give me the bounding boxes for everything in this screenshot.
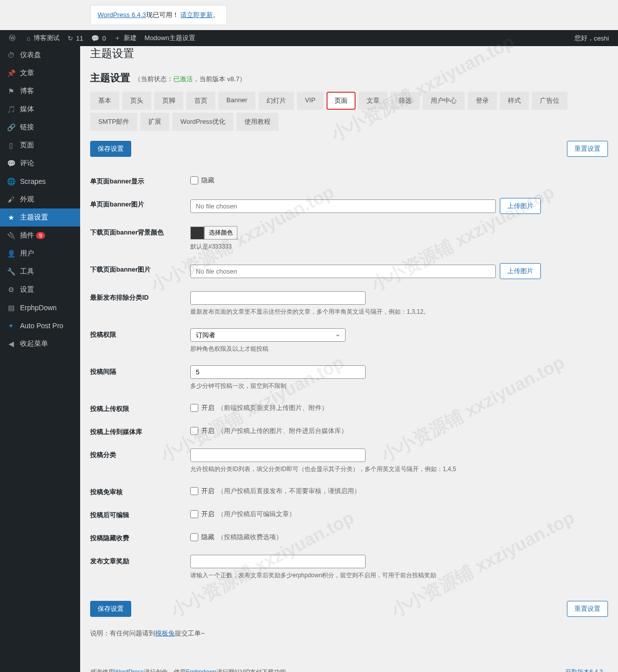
save-button-top[interactable]: 保存设置: [90, 141, 131, 157]
wordpress-link[interactable]: WordPress: [114, 668, 144, 672]
reset-button-top[interactable]: 重置设置: [567, 141, 608, 157]
sidebar-item-页面[interactable]: ▯页面: [0, 136, 80, 154]
sidebar-item-工具[interactable]: 🔧工具: [0, 263, 80, 281]
tab-基本[interactable]: 基本: [90, 92, 119, 110]
media-icon: 🎵: [6, 104, 16, 114]
comment-icon: 💬: [6, 158, 16, 168]
plus-icon: ＋: [114, 34, 121, 43]
sidebar-item-label: 评论: [20, 159, 34, 168]
tab-广告位[interactable]: 广告位: [532, 92, 567, 110]
sidebar-item-收起菜单[interactable]: ◀收起菜单: [0, 335, 80, 353]
tab-SMTP邮件[interactable]: SMTP邮件: [90, 113, 137, 131]
sidebar-item-scrapes[interactable]: 🌐Scrapes: [0, 172, 80, 190]
erphpdown-link[interactable]: Erphpdown: [186, 668, 216, 672]
checkbox-submit-editable[interactable]: [190, 510, 198, 518]
explain-text: 说明：有任何问题请到模板兔提交工单~: [90, 629, 608, 638]
get-version-link[interactable]: 获取版本6.4.3: [565, 668, 603, 672]
sidebar-item-设置[interactable]: ⚙设置: [0, 281, 80, 299]
sidebar-item-插件[interactable]: 🔌插件9: [0, 227, 80, 245]
save-button-bottom[interactable]: 保存设置: [90, 601, 131, 617]
choose-color-button[interactable]: 选择颜色: [204, 226, 237, 240]
label-exclude-cat: 最新发布排除分类ID: [90, 291, 190, 316]
tab-首页[interactable]: 首页: [186, 92, 215, 110]
sidebar-item-主题设置[interactable]: ★主题设置: [0, 208, 80, 227]
update-available-text: 现已可用！: [146, 11, 179, 19]
checkbox-submit-hidefee[interactable]: [190, 533, 198, 541]
globe-icon: 🌐: [6, 176, 16, 186]
input-publish-reward[interactable]: [190, 555, 366, 568]
tab-页面[interactable]: 页面: [327, 92, 356, 110]
tab-样式[interactable]: 样式: [500, 92, 529, 110]
sidebar-item-erphpdown[interactable]: ▤ErphpDown: [0, 299, 80, 317]
tab-文章[interactable]: 文章: [359, 92, 388, 110]
comments-link[interactable]: 💬0: [87, 30, 110, 46]
color-desc: 默认是#333333: [190, 243, 541, 251]
user-greeting[interactable]: 您好，ceshi: [570, 30, 613, 46]
wp-version-link[interactable]: WordPress 6.4.3: [98, 11, 146, 19]
checkbox-submit-upload[interactable]: [190, 404, 198, 412]
sidebar-item-label: 工具: [20, 267, 34, 276]
label-dl-banner-color: 下载页面banner背景颜色: [90, 226, 190, 251]
desc-exclude-cat: 最新发布页面的文章里不显示这些分类的文章，多个用半角英文逗号隔开，例如：1,3,…: [190, 308, 541, 316]
star-icon: ★: [6, 212, 16, 222]
reset-button-bottom[interactable]: 重置设置: [567, 601, 608, 617]
tab-WordPress优化[interactable]: WordPress优化: [172, 113, 233, 131]
label-submit-upload: 投稿上传权限: [90, 402, 190, 413]
tab-用户中心[interactable]: 用户中心: [423, 92, 465, 110]
tab-页头[interactable]: 页头: [122, 92, 151, 110]
label-submit-editable: 投稿后可编辑: [90, 509, 190, 520]
select-submit-role[interactable]: 订阅者: [190, 328, 346, 342]
checkbox-submit-media[interactable]: [190, 427, 198, 435]
sidebar-item-评论[interactable]: 💬评论: [0, 154, 80, 172]
label-publish-reward: 发布文章奖励: [90, 555, 190, 580]
sidebar-item-仪表盘[interactable]: ⏱仪表盘: [0, 46, 80, 64]
new-content-link[interactable]: ＋新建: [110, 30, 141, 46]
input-dl-banner-img[interactable]: [190, 265, 496, 278]
page-icon: ▯: [6, 140, 16, 150]
tab-登录[interactable]: 登录: [468, 92, 497, 110]
update-notice: WordPress 6.4.3现已可用！ 请立即更新。: [90, 5, 227, 25]
input-submit-interval[interactable]: [190, 365, 366, 379]
link-icon: 🔗: [6, 122, 16, 132]
wp-logo[interactable]: ⓦ: [5, 30, 23, 46]
input-submit-cat[interactable]: [190, 449, 366, 462]
color-swatch[interactable]: [190, 227, 204, 240]
sidebar-item-label: 文章: [20, 69, 34, 78]
sidebar-item-外观[interactable]: 🖌外观: [0, 190, 80, 208]
text-hide: 隐藏: [201, 176, 214, 185]
tab-使用教程[interactable]: 使用教程: [236, 113, 278, 131]
mobantu-link[interactable]: 模板兔: [155, 629, 175, 637]
sidebar-item-auto-post-pro[interactable]: ✦Auto Post Pro: [0, 317, 80, 335]
footer-credits: 感谢使用WordPress进行创作。使用Erphpdown进行网站VIP支付下载…: [90, 668, 292, 672]
sidebar-item-label: 插件: [20, 231, 34, 240]
desc-submit-cat: 允许投稿的分类ID列表，填父分类ID即可（也会显示其子分类），多个用英文逗号隔开…: [190, 465, 541, 474]
tab-Banner[interactable]: Banner: [218, 92, 255, 110]
sidebar-item-label: 媒体: [20, 105, 34, 114]
dashboard-icon: ⏱: [6, 50, 16, 60]
wordpress-icon: ⓦ: [9, 34, 16, 43]
sidebar-item-链接[interactable]: 🔗链接: [0, 118, 80, 136]
checkbox-submit-noreview[interactable]: [190, 487, 198, 495]
input-exclude-cat[interactable]: [190, 291, 366, 305]
tab-VIP[interactable]: VIP: [297, 92, 324, 110]
sidebar-item-博客[interactable]: ⚑博客: [0, 82, 80, 100]
updates-link[interactable]: ↻11: [64, 30, 87, 46]
tab-筛选[interactable]: 筛选: [391, 92, 420, 110]
sidebar-item-媒体[interactable]: 🎵媒体: [0, 100, 80, 118]
update-now-link[interactable]: 请立即更新: [180, 11, 213, 19]
label-banner-img: 单页面banner图片: [90, 198, 190, 214]
site-name-link[interactable]: ⌂博客测试: [23, 30, 64, 46]
sidebar-item-文章[interactable]: 📌文章: [0, 64, 80, 82]
tab-页脚[interactable]: 页脚: [154, 92, 183, 110]
input-banner-img[interactable]: [190, 199, 496, 213]
brush-icon: 🖌: [6, 194, 16, 204]
tab-幻灯片[interactable]: 幻灯片: [258, 92, 294, 110]
theme-settings-link[interactable]: Modown主题设置: [141, 30, 199, 46]
sidebar-item-用户[interactable]: 👤用户: [0, 245, 80, 263]
flag-icon: ⚑: [6, 86, 16, 96]
upload-banner-img-button[interactable]: 上传图片: [500, 198, 541, 214]
checkbox-banner-hide[interactable]: [190, 176, 198, 184]
upload-dl-banner-img-button[interactable]: 上传图片: [500, 263, 541, 279]
tab-扩展[interactable]: 扩展: [140, 113, 169, 131]
desc-publish-reward: 请输入一个正数，发布文章后奖励多少erphpdown积分，留空则不启用，可用于前…: [190, 571, 541, 580]
